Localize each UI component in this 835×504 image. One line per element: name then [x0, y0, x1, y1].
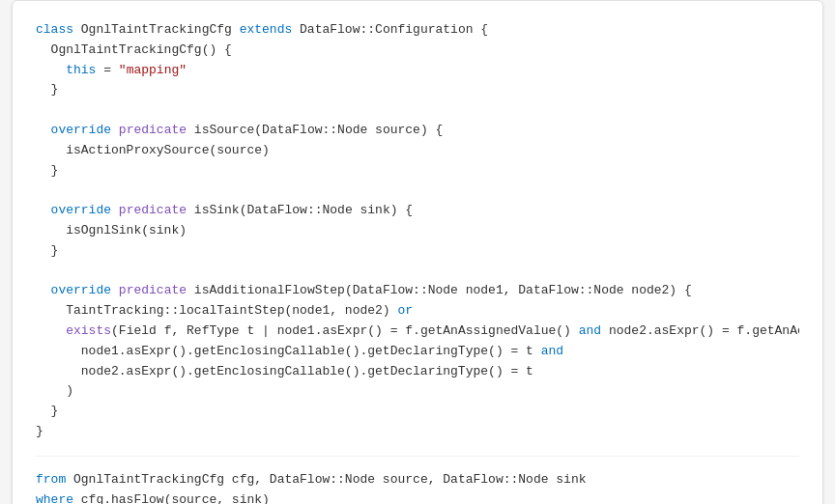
code-container: class OgnlTaintTrackingCfg extends DataF…: [12, 0, 823, 504]
code-block: class OgnlTaintTrackingCfg extends DataF…: [36, 20, 799, 442]
separator: [36, 456, 799, 457]
query-block: from OgnlTaintTrackingCfg cfg, DataFlow:…: [36, 470, 799, 504]
